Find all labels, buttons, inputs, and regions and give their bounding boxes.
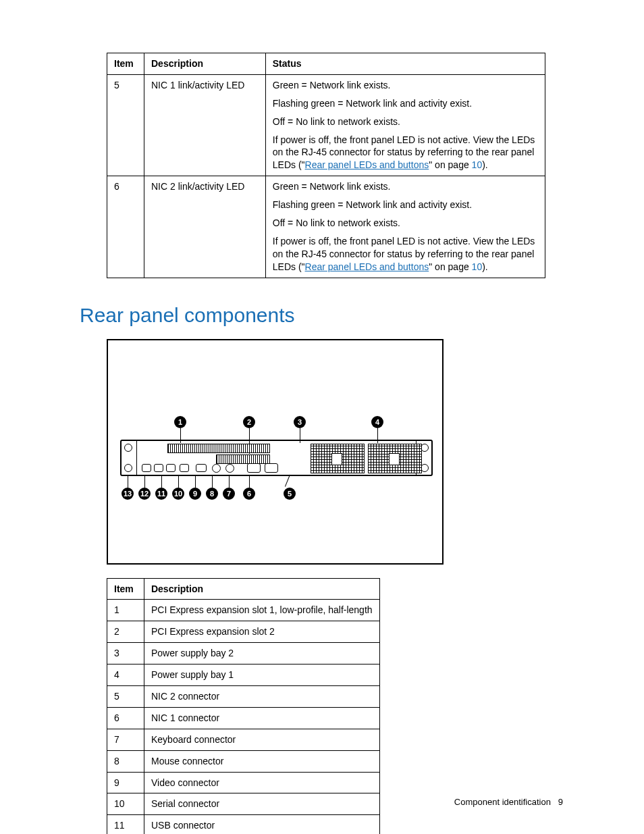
page-ref-link[interactable]: 10 <box>472 159 483 170</box>
cell-item: 6 <box>107 176 144 278</box>
led-status-table: Item Description Status 5 NIC 1 link/act… <box>107 53 545 278</box>
table-row: 5NIC 2 connector <box>107 686 380 708</box>
table-row: 3Power supply bay 2 <box>107 643 380 664</box>
status-line: Off = No link to network exists. <box>273 115 538 128</box>
callout-2: 2 <box>243 416 255 428</box>
callout-5: 5 <box>284 488 296 500</box>
callout-4: 4 <box>371 416 383 428</box>
callout-7: 7 <box>223 488 235 500</box>
table-row: 8Mouse connector <box>107 750 380 772</box>
table-row: 4Power supply bay 1 <box>107 664 380 686</box>
cell-description: NIC 2 link/activity LED <box>144 176 265 278</box>
status-line: Off = No link to network exists. <box>273 217 538 230</box>
status-line: Flashing green = Network link and activi… <box>273 199 538 211</box>
table-row: 1PCI Express expansion slot 1, low-profi… <box>107 600 380 621</box>
cell-description: NIC 1 link/activity LED <box>144 74 265 176</box>
status-line: Green = Network link exists. <box>273 180 538 193</box>
callout-9: 9 <box>189 488 201 500</box>
table-row: 5 NIC 1 link/activity LED Green = Networ… <box>107 74 545 176</box>
footer-section: Component identification <box>454 797 551 807</box>
callout-11: 11 <box>155 488 167 500</box>
table-row: 7Keyboard connector <box>107 729 380 750</box>
callout-6: 6 <box>243 488 255 500</box>
table-row: 6NIC 1 connector <box>107 707 380 729</box>
footer-page-number: 9 <box>558 797 563 807</box>
col-description: Description <box>144 578 379 600</box>
table-row: 2PCI Express expansion slot 2 <box>107 621 380 643</box>
col-item: Item <box>107 578 144 600</box>
rear-panel-leds-link[interactable]: Rear panel LEDs and buttons <box>305 261 429 272</box>
status-line: Flashing green = Network link and activi… <box>273 97 538 110</box>
table-header-row: Item Description Status <box>107 53 545 75</box>
table-row: 10Serial connector <box>107 793 380 815</box>
col-item: Item <box>107 53 144 75</box>
page-footer: Component identification 9 <box>454 797 563 807</box>
cell-status: Green = Network link exists. Flashing gr… <box>265 74 545 176</box>
callout-3: 3 <box>294 416 306 428</box>
cell-item: 5 <box>107 74 144 176</box>
table-row: 9Video connector <box>107 772 380 793</box>
chassis-icon <box>120 440 433 476</box>
section-heading: Rear panel components <box>80 304 563 327</box>
callout-10: 10 <box>172 488 184 500</box>
table-row: 11USB connector <box>107 815 380 834</box>
status-note: If power is off, the front panel LED is … <box>273 134 538 172</box>
table-row: 6 NIC 2 link/activity LED Green = Networ… <box>107 176 545 278</box>
page-ref-link[interactable]: 10 <box>472 261 483 272</box>
callout-8: 8 <box>206 488 218 500</box>
status-line: Green = Network link exists. <box>273 79 538 92</box>
callout-12: 12 <box>138 488 151 500</box>
rear-panel-diagram: 1 2 3 4 13 12 11 10 9 8 7 6 5 <box>107 339 444 565</box>
rear-panel-leds-link[interactable]: Rear panel LEDs and buttons <box>305 159 429 170</box>
rear-panel-components-table: Item Description 1PCI Express expansion … <box>107 578 380 834</box>
col-description: Description <box>144 53 265 75</box>
callout-1: 1 <box>174 416 186 428</box>
callout-13: 13 <box>122 488 134 500</box>
table-header-row: Item Description <box>107 578 380 600</box>
cell-status: Green = Network link exists. Flashing gr… <box>265 176 545 278</box>
col-status: Status <box>265 53 545 75</box>
status-note: If power is off, the front panel LED is … <box>273 235 538 273</box>
